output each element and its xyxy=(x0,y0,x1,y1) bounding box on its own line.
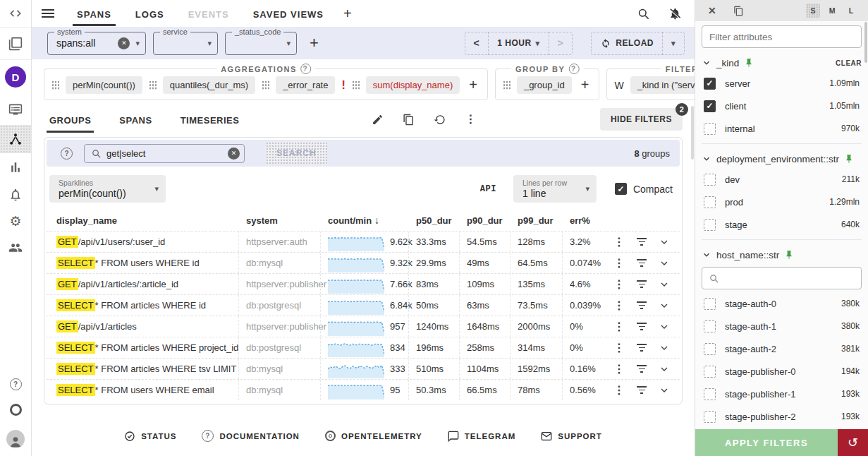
attribute-item[interactable]: stage-auth-0 380k xyxy=(702,292,862,315)
row-menu-icon[interactable]: ⋮ xyxy=(613,364,625,375)
attr-checkbox[interactable] xyxy=(704,366,716,378)
row-filter-icon[interactable] xyxy=(637,386,647,393)
aggregation-chip-error[interactable]: sum(display_name) xyxy=(366,76,460,94)
system-select[interactable]: system spans:all ✕ ▾ xyxy=(47,32,146,55)
sidebar-item-help[interactable]: ? xyxy=(0,371,31,397)
scrollbar-thumb[interactable] xyxy=(691,106,694,160)
attr-search-input[interactable] xyxy=(719,273,855,284)
footer-link-status[interactable]: STATUS xyxy=(124,430,176,442)
sidebar-item-alerts[interactable] xyxy=(0,181,31,208)
row-menu-icon[interactable]: ⋮ xyxy=(613,236,625,248)
add-view-button[interactable]: + xyxy=(343,6,352,22)
attr-search-box[interactable] xyxy=(702,267,862,289)
table-row[interactable]: SELECT * FROM users WHERE id db:mysql 9.… xyxy=(47,252,680,273)
attr-checkbox[interactable] xyxy=(704,196,716,208)
row-menu-icon[interactable]: ⋮ xyxy=(613,279,625,290)
attr-checkbox[interactable] xyxy=(704,219,716,231)
footer-link-telegram[interactable]: TELEGRAM xyxy=(448,430,516,442)
attr-checkbox[interactable] xyxy=(704,78,716,90)
size-s-button[interactable]: S xyxy=(806,4,820,18)
tab-spans-view[interactable]: SPANS xyxy=(118,107,153,133)
table-row[interactable]: GET /api/v1/articles/:article_id httpser… xyxy=(47,273,680,294)
row-expand-icon[interactable] xyxy=(659,364,670,375)
search-input-box[interactable]: ✕ xyxy=(84,144,245,163)
drag-handle-icon[interactable] xyxy=(352,80,360,90)
row-expand-icon[interactable] xyxy=(659,321,670,332)
attribute-item[interactable]: stage-publisher-0 194k xyxy=(702,360,862,383)
row-filter-icon[interactable] xyxy=(637,365,647,372)
compact-toggle[interactable]: Compact xyxy=(615,183,673,195)
row-expand-icon[interactable] xyxy=(659,236,670,248)
attribute-item[interactable]: stage-publisher-1 193k xyxy=(702,383,862,405)
drag-handle-icon[interactable] xyxy=(51,80,59,90)
row-menu-icon[interactable]: ⋮ xyxy=(613,385,625,396)
menu-icon[interactable] xyxy=(42,9,54,18)
row-menu-icon[interactable]: ⋮ xyxy=(613,300,625,311)
attr-checkbox[interactable] xyxy=(704,174,716,186)
sidebar-item-traces[interactable] xyxy=(0,125,31,153)
drag-handle-icon[interactable] xyxy=(503,80,511,90)
add-group-by-button[interactable]: + xyxy=(578,77,592,93)
edit-icon[interactable] xyxy=(372,114,384,126)
copy-icon[interactable] xyxy=(403,114,415,126)
service-select[interactable]: service ▾ xyxy=(153,32,218,55)
tab-logs[interactable]: LOGS xyxy=(134,1,166,26)
tab-events[interactable]: EVENTS xyxy=(187,1,231,26)
apply-filters-button[interactable]: APPLY FILTERS xyxy=(695,429,838,456)
pin-icon[interactable] xyxy=(844,154,854,164)
tab-groups[interactable]: GROUPS xyxy=(48,107,92,133)
col-p99[interactable]: p99_dur xyxy=(510,210,562,231)
attr-checkbox[interactable] xyxy=(704,100,716,112)
notifications-off-icon[interactable] xyxy=(668,7,682,20)
aggregation-chip[interactable]: perMin(count()) xyxy=(66,76,142,94)
attribute-item[interactable]: stage-auth-2 381k xyxy=(702,337,862,360)
row-expand-icon[interactable] xyxy=(659,258,670,269)
aggregation-chip[interactable]: _error_rate xyxy=(276,76,335,94)
row-filter-icon[interactable] xyxy=(637,344,647,351)
col-p90[interactable]: p90_dur xyxy=(459,210,510,231)
search-input[interactable] xyxy=(106,148,223,159)
api-link[interactable]: API xyxy=(480,184,496,194)
row-expand-icon[interactable] xyxy=(659,300,670,311)
attribute-item[interactable]: client 1.05mln xyxy=(702,95,862,117)
copy-icon[interactable] xyxy=(733,6,744,16)
sidebar-item-dashboard[interactable] xyxy=(0,94,31,125)
clear-search-icon[interactable]: ✕ xyxy=(228,148,240,160)
footer-link-opentelemetry[interactable]: OPENTELEMETRY xyxy=(325,430,422,442)
table-row[interactable]: SELECT * FROM articles WHERE id db:postg… xyxy=(47,294,680,316)
col-system[interactable]: system xyxy=(238,210,320,231)
table-row[interactable]: SELECT * FROM users WHERE email db:mysql… xyxy=(47,379,680,400)
history-icon[interactable] xyxy=(434,114,446,126)
aggregation-chip[interactable]: quantiles(_dur_ms) xyxy=(163,76,255,94)
attr-checkbox[interactable] xyxy=(704,343,716,355)
row-expand-icon[interactable] xyxy=(659,385,670,396)
scrollbar-thumb[interactable] xyxy=(864,22,867,63)
search-button[interactable]: SEARCH xyxy=(266,142,327,164)
sidebar-item-account[interactable]: D xyxy=(0,60,31,94)
time-next-button[interactable]: > xyxy=(549,32,573,55)
table-row[interactable]: GET /api/v1/articles httpserver:publishe… xyxy=(47,316,680,337)
attr-checkbox[interactable] xyxy=(704,411,716,423)
row-menu-icon[interactable]: ⋮ xyxy=(613,258,625,269)
attr-checkbox[interactable] xyxy=(704,388,716,400)
row-expand-icon[interactable] xyxy=(659,342,670,354)
sidebar-item-code[interactable] xyxy=(0,0,31,27)
help-icon[interactable]: ? xyxy=(61,148,73,160)
drag-handle-icon[interactable] xyxy=(149,80,157,90)
attr-checkbox[interactable] xyxy=(704,320,716,332)
time-prev-button[interactable]: < xyxy=(465,32,489,55)
attr-checkbox[interactable] xyxy=(704,123,716,135)
row-filter-icon[interactable] xyxy=(637,259,647,266)
sidebar-item-status[interactable] xyxy=(0,397,31,422)
more-options-icon[interactable]: ⋮ xyxy=(465,114,476,125)
col-err[interactable]: err% xyxy=(562,210,606,231)
pin-icon[interactable] xyxy=(784,250,794,260)
time-range-select[interactable]: 1 HOUR▾ xyxy=(488,32,549,55)
footer-link-support[interactable]: SUPPORT xyxy=(541,430,602,442)
attribute-section-header[interactable]: host_name::str xyxy=(702,246,862,264)
sidebar-item-windows[interactable] xyxy=(0,28,31,59)
attribute-section-header[interactable]: deployment_environment::str xyxy=(702,150,862,168)
tab-spans[interactable]: SPANS xyxy=(75,1,113,26)
table-row[interactable]: SELECT * FROM articles WHERE project_id … xyxy=(47,337,680,358)
col-count-min[interactable]: count/min↓ xyxy=(320,210,408,231)
